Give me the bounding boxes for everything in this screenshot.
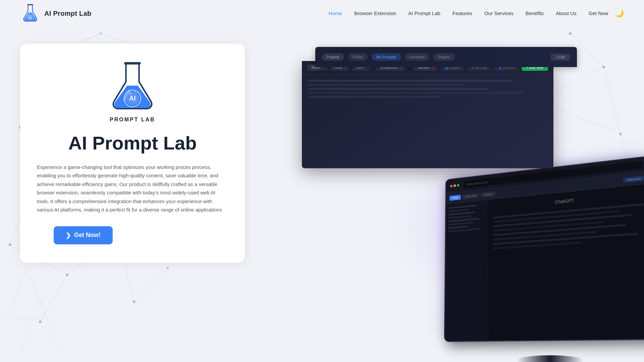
tab-popular: Popular <box>322 53 344 61</box>
chat-lines <box>493 203 644 249</box>
sidebar-item-4 <box>448 215 471 219</box>
max-dot <box>457 184 460 187</box>
tablet-body: chat.openai.com Chat New chat History Ex… <box>444 156 644 342</box>
device-mockup-area: Popular Public My Prompts Favorites Plug… <box>288 40 644 342</box>
sidebar-item-1 <box>448 204 477 209</box>
nav-links: Home Browser Extension AI Prompt Lab Fea… <box>329 10 608 16</box>
close-dot <box>450 185 452 187</box>
tab-favorites: Favorites <box>405 53 429 61</box>
content-row-4 <box>307 92 524 94</box>
content-row-1 <box>307 80 512 82</box>
tablet-device: chat.openai.com Chat New chat History Ex… <box>436 164 644 352</box>
nav-ai-prompt-lab[interactable]: AI Prompt Lab <box>408 10 440 16</box>
content-row-2 <box>307 84 464 86</box>
sidebar-item-3 <box>448 212 475 216</box>
get-now-button[interactable]: ❯ Get Now! <box>54 226 113 244</box>
content-row-3 <box>307 88 488 90</box>
tab-my-prompts: My Prompts <box>372 53 401 61</box>
nav-our-services[interactable]: Our Services <box>484 10 514 16</box>
tablet-tab-1: New chat <box>463 193 479 199</box>
hero-section: AI PROMPT LAB AI Prompt Lab Experience a… <box>0 27 644 362</box>
top-panel: Popular Public My Prompts Favorites Plug… <box>315 47 577 67</box>
nav-browser-extension[interactable]: Browser Extension <box>354 10 396 16</box>
builder-panel: Styles ▾ Fonts ▾ Size ▾ Breakpoints ▾ Sa… <box>302 61 553 168</box>
svg-text:AI: AI <box>129 95 136 102</box>
tablet-stand <box>517 355 584 362</box>
tablet-main: ChatGPT <box>445 184 644 341</box>
svg-point-50 <box>128 92 131 95</box>
sidebar-item-2 <box>448 209 470 213</box>
cta-label: Get Now! <box>74 232 101 239</box>
window-controls <box>450 184 459 187</box>
tab-edit: 1 Edit <box>551 54 570 61</box>
hero-card: AI PROMPT LAB AI Prompt Lab Experience a… <box>20 44 245 263</box>
sidebar-item-6 <box>448 222 473 226</box>
card-logo: AI PROMPT LAB <box>37 60 228 123</box>
sidebar-item-8 <box>448 228 481 232</box>
builder-content <box>302 74 553 103</box>
svg-point-51 <box>135 91 136 93</box>
logo-link[interactable]: AI AI Prompt Lab <box>20 3 92 23</box>
tablet-tab-active: Chat <box>449 195 461 201</box>
chevron-icon: ❯ <box>66 232 71 239</box>
brand-name: AI Prompt Lab <box>44 10 92 17</box>
card-logo-icon: AI <box>106 60 159 114</box>
nav-home[interactable]: Home <box>329 10 342 16</box>
dark-mode-toggle[interactable]: 🌙 <box>615 9 624 18</box>
sidebar-item-5 <box>448 218 479 222</box>
chatgpt-label: ChatGPT <box>555 198 574 205</box>
tablet-screen: chat.openai.com Chat New chat History Ex… <box>445 157 644 341</box>
svg-rect-49 <box>124 62 141 64</box>
tab-plugins: Plugins <box>433 53 455 61</box>
address-text: chat.openai.com <box>466 180 488 186</box>
sidebar-item-7 <box>448 226 468 229</box>
card-logo-label: PROMPT LAB <box>110 117 155 123</box>
tablet-sidebar <box>445 200 488 341</box>
nav-get-now[interactable]: Get Now <box>589 10 608 16</box>
svg-rect-45 <box>27 4 33 5</box>
hero-title: AI Prompt Lab <box>37 133 228 154</box>
tablet-tab-3: Extension <box>623 175 644 183</box>
tablet-content-area: ChatGPT <box>487 184 644 341</box>
svg-text:AI: AI <box>29 16 32 19</box>
tablet-tab-2: History <box>481 191 495 197</box>
nav-benefits[interactable]: Benefits <box>526 10 544 16</box>
min-dot <box>453 184 456 187</box>
tab-public: Public <box>348 53 368 61</box>
hero-description: Experience a game-changing tool that opt… <box>37 163 228 214</box>
nav-about-us[interactable]: About Us <box>556 10 577 16</box>
content-row-5 <box>307 96 440 98</box>
nav-features[interactable]: Features <box>452 10 472 16</box>
navbar: AI AI Prompt Lab Home Browser Extension … <box>0 0 644 27</box>
logo-icon: AI <box>20 3 40 23</box>
